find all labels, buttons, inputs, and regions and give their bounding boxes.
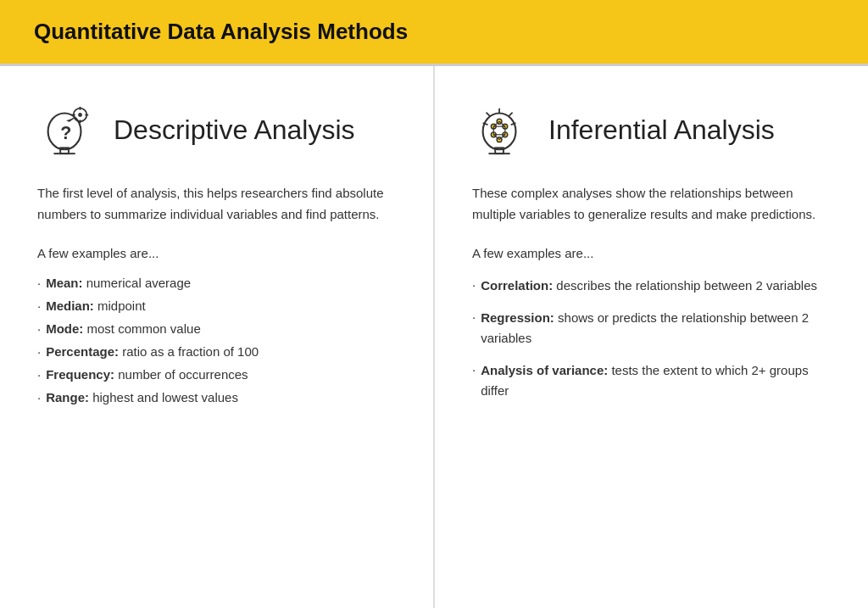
- descriptive-title-row: ? Descriptive Analysis: [37, 100, 396, 159]
- svg-point-9: [78, 113, 82, 117]
- descriptive-panel: ? Descriptive Analysis The first level o…: [0, 66, 435, 608]
- svg-text:?: ?: [60, 123, 71, 143]
- inferential-icon: [472, 100, 531, 159]
- page-header: Quantitative Data Analysis Methods: [0, 0, 868, 66]
- page-title: Quantitative Data Analysis Methods: [34, 19, 834, 45]
- descriptive-examples-list: · Mean: numerical average · Median: midp…: [37, 276, 396, 404]
- main-content: ? Descriptive Analysis The first level o…: [0, 66, 868, 608]
- inferential-examples-list: · Correlation: describes the relationshi…: [472, 276, 831, 401]
- example-mean: · Mean: numerical average: [37, 276, 396, 290]
- descriptive-description: The first level of analysis, this helps …: [37, 183, 396, 226]
- inferential-examples-intro: A few examples are...: [472, 246, 831, 260]
- inferential-title-row: Inferential Analysis: [472, 100, 831, 159]
- inferential-description: These complex analyses show the relation…: [472, 183, 831, 226]
- svg-line-30: [487, 113, 491, 117]
- example-frequency: · Frequency: number of occurrences: [37, 367, 396, 382]
- example-range: · Range: highest and lowest values: [37, 390, 396, 404]
- descriptive-examples-intro: A few examples are...: [37, 246, 396, 260]
- example-mode: · Mode: most common value: [37, 321, 396, 336]
- inferential-panel: Inferential Analysis These complex analy…: [435, 66, 868, 608]
- inferential-title: Inferential Analysis: [548, 114, 775, 146]
- descriptive-icon: ?: [37, 100, 97, 159]
- example-correlation: · Correlation: describes the relationshi…: [472, 276, 831, 296]
- example-regression: · Regression: shows or predicts the rela…: [472, 308, 831, 349]
- svg-line-31: [509, 113, 513, 117]
- descriptive-title: Descriptive Analysis: [114, 114, 355, 146]
- example-anova: · Analysis of variance: tests the extent…: [472, 360, 831, 401]
- example-median: · Median: midpoint: [37, 298, 396, 313]
- example-percentage: · Percentage: ratio as a fraction of 100: [37, 344, 396, 359]
